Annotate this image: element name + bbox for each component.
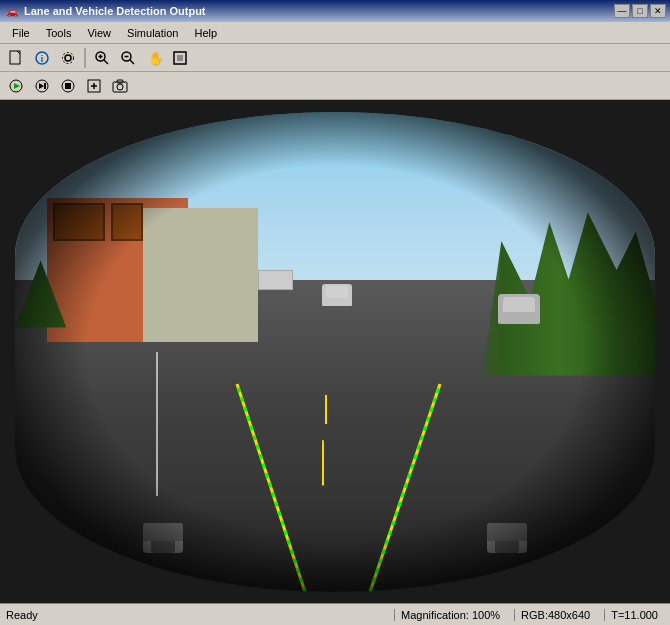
fit-button[interactable]: [168, 47, 192, 69]
camera-mount-left: [143, 523, 183, 553]
snapshot-button[interactable]: [108, 75, 132, 97]
building-arch: [53, 203, 104, 241]
pan-button[interactable]: ✋: [142, 47, 166, 69]
settings-button[interactable]: [56, 47, 80, 69]
svg-marker-16: [14, 83, 20, 89]
svg-rect-21: [65, 83, 71, 89]
new-button[interactable]: [4, 47, 28, 69]
zoom-out-button[interactable]: [116, 47, 140, 69]
building-arch-2: [111, 203, 143, 241]
window-title: Lane and Vehicle Detection Output: [24, 5, 610, 17]
svg-point-4: [63, 52, 74, 63]
svg-rect-19: [44, 83, 46, 89]
separator-1: [84, 48, 86, 68]
camera-view: [15, 112, 655, 592]
car-center: [322, 284, 352, 306]
svg-marker-18: [39, 83, 44, 89]
menu-help[interactable]: Help: [186, 25, 225, 41]
svg-rect-14: [177, 55, 183, 61]
restore-button[interactable]: □: [632, 4, 648, 18]
toolbar-1: i ✋: [0, 44, 670, 72]
time-status: T=11.000: [604, 609, 664, 621]
app-icon: 🚗: [4, 3, 20, 19]
svg-point-3: [65, 55, 71, 61]
svg-line-8: [104, 60, 108, 64]
svg-text:i: i: [41, 54, 44, 64]
road-center-line: [322, 440, 324, 485]
play-button[interactable]: [4, 75, 28, 97]
window-controls: — □ ✕: [614, 4, 666, 18]
rgb-status: RGB:480x640: [514, 609, 596, 621]
menu-simulation[interactable]: Simulation: [119, 25, 186, 41]
info-button[interactable]: i: [30, 47, 54, 69]
status-text: Ready: [6, 609, 394, 621]
step-button[interactable]: [30, 75, 54, 97]
magnification-status: Magnification: 100%: [394, 609, 506, 621]
toolbar-2: [0, 72, 670, 100]
bus-distance: [258, 270, 293, 290]
menu-view[interactable]: View: [79, 25, 119, 41]
close-button[interactable]: ✕: [650, 4, 666, 18]
status-bar: Ready Magnification: 100% RGB:480x640 T=…: [0, 603, 670, 625]
svg-line-11: [130, 60, 134, 64]
menu-tools[interactable]: Tools: [38, 25, 80, 41]
svg-point-26: [117, 84, 123, 90]
svg-text:✋: ✋: [148, 50, 162, 66]
zoom-in-button[interactable]: [90, 47, 114, 69]
status-right-panel: Magnification: 100% RGB:480x640 T=11.000: [394, 609, 664, 621]
road-center-line-2: [325, 395, 327, 424]
add-frame-button[interactable]: [82, 75, 106, 97]
camera-mount-right: [487, 523, 527, 553]
minimize-button[interactable]: —: [614, 4, 630, 18]
main-content: [0, 100, 670, 603]
title-bar: 🚗 Lane and Vehicle Detection Output — □ …: [0, 0, 670, 22]
menu-bar: File Tools View Simulation Help: [0, 22, 670, 44]
car-right: [498, 294, 540, 324]
left-white-line: [156, 352, 158, 496]
stop-button[interactable]: [56, 75, 80, 97]
menu-file[interactable]: File: [4, 25, 38, 41]
building-center: [143, 208, 258, 342]
vehicle-bottom: [15, 505, 655, 591]
